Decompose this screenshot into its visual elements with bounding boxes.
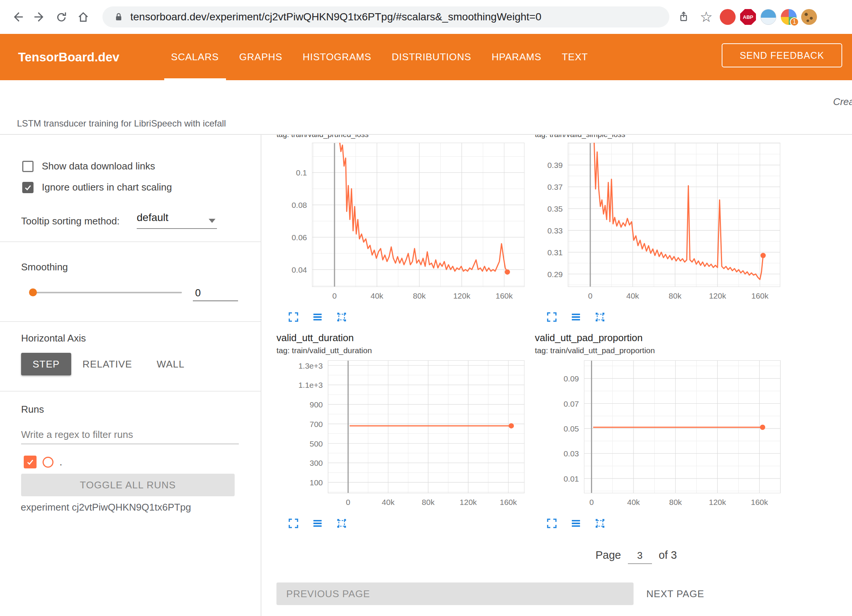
tab-distributions[interactable]: DISTRIBUTIONS xyxy=(392,51,471,63)
tab-hparams[interactable]: HPARAMS xyxy=(492,51,541,63)
smoothing-value-input[interactable] xyxy=(193,285,238,301)
tab-scalars[interactable]: SCALARS xyxy=(171,51,219,63)
runs-list-icon[interactable] xyxy=(312,311,323,323)
svg-text:1.1e+3: 1.1e+3 xyxy=(298,381,323,389)
chevron-down-icon xyxy=(209,219,215,223)
page-number-input[interactable] xyxy=(628,547,652,564)
svg-text:120k: 120k xyxy=(709,291,726,300)
chart-plot[interactable]: 0.040.060.080.1040k80k120k160k xyxy=(276,143,528,303)
ignore-outliers-row: Ignore outliers in chart scaling xyxy=(22,181,172,193)
blue-extension-icon[interactable] xyxy=(760,9,776,25)
sub-header: Crea LSTM transducer training for LibriS… xyxy=(0,80,852,134)
svg-text:80k: 80k xyxy=(413,291,426,300)
tooltip-sorting-value: default xyxy=(137,212,168,223)
divider xyxy=(0,321,261,322)
tab-histograms[interactable]: HISTOGRAMS xyxy=(303,51,371,63)
chart-tag: tag: train/valid_utt_duration xyxy=(276,346,528,355)
chart-plot[interactable]: 1003005007009001.1e+31.3e+3040k80k120k16… xyxy=(276,360,528,509)
chart-card-valid-pruned-loss: tag: train/valid_pruned_loss 0.040.060.0… xyxy=(276,135,528,323)
app-logo[interactable]: TensorBoard.dev xyxy=(18,50,119,64)
experiment-name: experiment cj2vtPiwQHKN9Q1tx6PTpg xyxy=(21,502,191,513)
horizontal-axis-label: Horizontal Axis xyxy=(21,332,86,344)
smoothing-slider-thumb[interactable] xyxy=(29,288,37,296)
expand-chart-icon[interactable] xyxy=(288,311,299,323)
svg-text:80k: 80k xyxy=(669,498,682,506)
url-text: tensorboard.dev/experiment/cj2vtPiwQHKN9… xyxy=(130,11,541,23)
axis-wall-button[interactable]: WALL xyxy=(148,353,193,375)
toggle-all-runs-button[interactable]: TOGGLE ALL RUNS xyxy=(21,474,235,496)
svg-text:40k: 40k xyxy=(382,498,395,506)
svg-text:0: 0 xyxy=(332,291,337,300)
back-icon[interactable] xyxy=(7,6,29,28)
svg-text:120k: 120k xyxy=(453,291,470,300)
runs-list-icon[interactable] xyxy=(570,518,582,529)
svg-text:0.09: 0.09 xyxy=(563,374,579,383)
runs-filter-input[interactable] xyxy=(21,425,239,444)
bookmark-star-icon[interactable]: ☆ xyxy=(697,8,715,26)
svg-text:1.3e+3: 1.3e+3 xyxy=(298,361,323,370)
smoothing-slider-track[interactable] xyxy=(33,292,182,293)
cookie-extension-icon[interactable] xyxy=(801,9,817,25)
axis-relative-button[interactable]: RELATIVE xyxy=(77,353,137,375)
fit-domain-icon[interactable] xyxy=(594,518,606,529)
tooltip-sorting-label: Tooltip sorting method: xyxy=(21,215,120,227)
chart-card-valid-utt-pad-proportion: valid_utt_pad_proportion tag: train/vali… xyxy=(535,332,784,529)
divider xyxy=(0,391,261,392)
send-feedback-button[interactable]: SEND FEEDBACK xyxy=(722,43,842,67)
abp-extension-icon[interactable]: ABP xyxy=(740,9,756,25)
chart-plot[interactable]: 0.010.030.050.070.09040k80k120k160k xyxy=(535,360,784,509)
share-icon[interactable] xyxy=(675,8,693,26)
ignore-outliers-label: Ignore outliers in chart scaling xyxy=(42,181,172,193)
axis-step-button[interactable]: STEP xyxy=(21,353,71,375)
svg-text:0.08: 0.08 xyxy=(292,201,307,209)
divider xyxy=(0,241,261,242)
svg-text:120k: 120k xyxy=(709,498,726,506)
fit-domain-icon[interactable] xyxy=(336,518,347,529)
svg-text:0.03: 0.03 xyxy=(563,449,579,458)
next-page-button[interactable]: NEXT PAGE xyxy=(638,582,713,605)
experiment-description: LSTM transducer training for LibriSpeech… xyxy=(17,118,226,129)
previous-page-button[interactable]: PREVIOUS PAGE xyxy=(276,582,634,605)
chart-plot[interactable]: 0.290.310.330.350.370.39040k80k120k160k xyxy=(535,143,784,303)
home-icon[interactable] xyxy=(72,6,94,28)
svg-text:40k: 40k xyxy=(626,291,639,300)
refresh-icon[interactable] xyxy=(50,6,72,28)
chart-card-valid-simple-loss: tag: train/valid_simple_loss 0.290.310.3… xyxy=(535,135,784,323)
runs-list-icon[interactable] xyxy=(312,518,323,529)
tooltip-sorting-dropdown[interactable]: default xyxy=(137,212,217,229)
svg-text:160k: 160k xyxy=(751,498,768,506)
main-content: tag: train/valid_pruned_loss 0.040.060.0… xyxy=(262,135,852,616)
svg-text:0: 0 xyxy=(589,498,594,506)
lock-icon[interactable] xyxy=(113,11,124,23)
svg-text:0.31: 0.31 xyxy=(547,248,563,257)
svg-text:700: 700 xyxy=(310,420,323,428)
pagination: Page of 3 xyxy=(595,547,677,564)
svg-text:0.06: 0.06 xyxy=(292,233,307,242)
tab-text[interactable]: TEXT xyxy=(562,51,588,63)
profile-avatar[interactable]: 1 xyxy=(781,9,797,25)
address-bar[interactable]: tensorboard.dev/experiment/cj2vtPiwQHKN9… xyxy=(102,6,669,27)
expand-chart-icon[interactable] xyxy=(546,518,557,529)
chart-title: valid_utt_pad_proportion xyxy=(535,332,784,344)
expand-chart-icon[interactable] xyxy=(546,311,557,323)
svg-text:0.37: 0.37 xyxy=(547,183,563,191)
runs-list-icon[interactable] xyxy=(570,311,582,323)
fit-domain-icon[interactable] xyxy=(336,311,347,323)
created-clipped-text: Crea xyxy=(833,96,852,108)
forward-icon[interactable] xyxy=(29,6,50,28)
notification-badge: 1 xyxy=(790,17,799,26)
svg-text:0.04: 0.04 xyxy=(292,265,307,274)
clipped-chart-tag: tag: train/valid_simple_loss xyxy=(535,135,784,140)
adblock-extension-icon[interactable] xyxy=(720,9,736,25)
download-links-row: Show data download links xyxy=(22,160,155,172)
expand-chart-icon[interactable] xyxy=(288,518,299,529)
fit-domain-icon[interactable] xyxy=(594,311,606,323)
download-links-checkbox[interactable] xyxy=(22,161,34,172)
app-header: TensorBoard.dev SCALARS GRAPHS HISTOGRAM… xyxy=(0,34,852,80)
svg-text:0.35: 0.35 xyxy=(547,204,563,213)
svg-text:100: 100 xyxy=(310,478,323,487)
svg-text:80k: 80k xyxy=(669,291,681,300)
run-checkbox[interactable] xyxy=(24,456,37,468)
tab-graphs[interactable]: GRAPHS xyxy=(239,51,282,63)
ignore-outliers-checkbox[interactable] xyxy=(22,182,34,193)
